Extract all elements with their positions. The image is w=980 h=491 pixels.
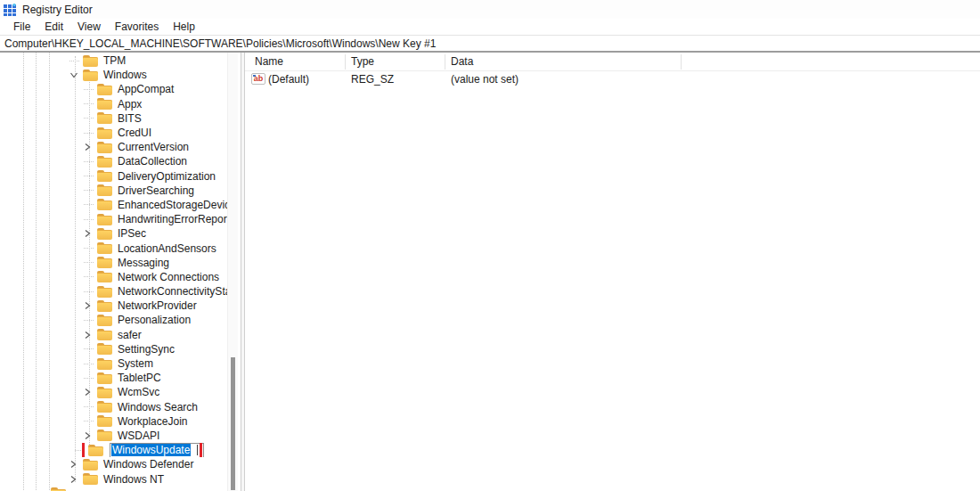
folder-icon [97,228,112,240]
folder-icon [97,199,112,210]
folder-icon [97,415,112,427]
tree-item-networkconnectivitystatus[interactable]: NetworkConnectivityStatus [0,284,227,299]
folder-icon [97,286,112,298]
tree-item-label: LocationAndSensors [116,242,218,255]
column-header-spacer [682,54,980,70]
tree-item-label: WSDAPI [116,430,161,442]
tree-connector-stub [84,212,97,226]
tree-item-appx[interactable]: Appx [0,97,227,111]
tree-connector-stub [84,356,97,371]
value-data: (value not set) [445,73,682,86]
chevron-right-icon[interactable] [69,471,83,486]
tree-item-label: SettingSync [116,343,176,356]
tree-item-enhancedstoragedevices[interactable]: EnhancedStorageDevices [0,198,227,212]
tree-item-deliveryoptimization[interactable]: DeliveryOptimization [0,169,227,184]
tree-item-label: TPM [102,54,127,67]
title-bar: Registry Editor [0,0,980,19]
tree-item-label: Personalization [116,314,192,326]
folder-icon [83,70,98,81]
tree-item-wcmsvc[interactable]: WcmSvc [0,385,227,399]
tree-item-networkprovider[interactable]: NetworkProvider [0,299,227,313]
tree-connector-stub [84,256,97,270]
folder-icon [97,401,112,413]
chevron-right-icon[interactable] [84,328,97,342]
tree-item-label: BITS [116,112,143,125]
tree-item-label: Windows Defender [102,458,195,471]
chevron-down-icon[interactable] [69,68,83,82]
tree-item-label: NetworkProvider [116,299,199,312]
key-rename-input[interactable]: WindowsUpdate [110,443,204,457]
tree-item-windows[interactable]: Windows [0,68,227,82]
chevron-right-icon[interactable] [69,457,83,471]
tree-item-safer[interactable]: safer [0,328,227,342]
column-header-type[interactable]: Type [346,54,445,70]
selected-text: WindowsUpdate [111,444,191,456]
tree-item-partial[interactable] [0,487,227,491]
tree-connector-stub [84,284,97,299]
tree-item-ipsec[interactable]: IPSec [0,226,227,241]
tree-connector-stub [84,169,97,184]
tree-item-settingsync[interactable]: SettingSync [0,342,227,356]
tree-connector-stub [84,154,97,168]
folder-icon [83,55,98,67]
tree-connector-stub [84,270,97,284]
tree-item-locationandsensors[interactable]: LocationAndSensors [0,241,227,255]
chevron-right-icon[interactable] [84,226,97,241]
tree-item-currentversion[interactable]: CurrentVersion [0,140,227,154]
menu-help[interactable]: Help [166,19,202,35]
chevron-right-icon[interactable] [84,140,97,154]
folder-icon [97,214,112,225]
tree-item-windows-defender[interactable]: Windows Defender [0,457,227,471]
tree-item-windows-nt[interactable]: Windows NT [0,471,227,486]
tree-item-label: DriverSearching [116,184,196,197]
tree-item-label: AppCompat [116,83,176,95]
menu-edit[interactable]: Edit [37,19,70,35]
tree-item-system[interactable]: System [0,356,227,371]
tree-item-windows-search[interactable]: Windows Search [0,400,227,414]
tree-item-label: Windows NT [102,473,166,486]
tree-item-handwritingerrorreports[interactable]: HandwritingErrorReports [0,212,227,226]
folder-icon [97,300,112,312]
text-caret [197,445,198,455]
tree-item-wsdapi[interactable]: WSDAPI [0,429,227,443]
tree-connector-stub [84,126,97,140]
menu-bar: File Edit View Favorites Help [0,19,980,36]
tree-connector-stub [84,82,97,96]
column-header-data[interactable]: Data [445,54,682,70]
tree-item-network-connections[interactable]: Network Connections [0,270,227,284]
window-title: Registry Editor [22,4,93,16]
folder-icon [97,329,112,340]
tree-item-credui[interactable]: CredUI [0,126,227,140]
folder-icon [97,242,112,254]
tree-item-label: safer [116,329,143,341]
tree-item-windowsupdate[interactable]: WindowsUpdate [0,443,227,457]
tree-vertical-scrollbar[interactable] [227,53,238,491]
address-bar[interactable]: Computer\HKEY_LOCAL_MACHINE\SOFTWARE\Pol… [0,36,980,53]
column-header-name[interactable]: Name [245,54,346,70]
folder-icon [83,473,98,485]
menu-view[interactable]: View [70,19,108,35]
chevron-right-icon[interactable] [84,385,97,399]
folder-icon [97,98,112,110]
tree-item-tpm[interactable]: TPM [0,53,227,68]
tree-item-appcompat[interactable]: AppCompat [0,82,227,96]
menu-favorites[interactable]: Favorites [108,19,166,35]
folder-icon [97,142,112,153]
tree-item-personalization[interactable]: Personalization [0,313,227,327]
chevron-right-icon[interactable] [84,299,97,313]
tree-item-driversearching[interactable]: DriverSearching [0,184,227,198]
menu-file[interactable]: File [6,19,37,35]
tree-item-workplacejoin[interactable]: WorkplaceJoin [0,414,227,429]
folder-icon [88,445,103,456]
tree-item-tabletpc[interactable]: TabletPC [0,371,227,385]
tree-item-datacollection[interactable]: DataCollection [0,154,227,168]
tree-item-label: DataCollection [116,155,189,168]
tree-item-messaging[interactable]: Messaging [0,256,227,270]
chevron-right-icon[interactable] [84,429,97,443]
value-name: (Default) [268,73,309,86]
tree-pane: TPMWindowsAppCompatAppxBITSCredUICurrent… [0,53,241,491]
scrollbar-thumb[interactable] [231,357,235,490]
value-row[interactable]: ab(Default)REG_SZ(value not set) [245,71,980,86]
tree-item-bits[interactable]: BITS [0,111,227,126]
tree-item-label: Messaging [116,257,171,269]
